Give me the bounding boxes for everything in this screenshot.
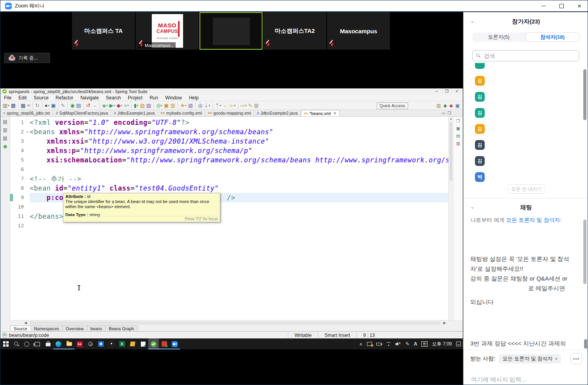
link-editor-icon[interactable]: →: [91, 102, 98, 109]
task-list-icon[interactable]: ≡: [26, 102, 31, 109]
menu-project[interactable]: Project: [124, 95, 146, 101]
view-tab-source[interactable]: Source: [10, 326, 31, 331]
taskbar-zoom-app[interactable]: [169, 338, 180, 349]
minimized-view-icon[interactable]: ▧: [3, 135, 7, 141]
clock[interactable]: 오후 7:09: [432, 341, 452, 347]
open-perspective-icon[interactable]: ▨: [437, 103, 441, 108]
editor-horizontal-scrollbar[interactable]: ◀ ▶: [10, 320, 453, 326]
chat-scrollbar[interactable]: [583, 219, 586, 284]
code-text[interactable]: <?xml version="1.0" encoding="UTF-8"?>: [30, 118, 448, 127]
overview-ruler-icon[interactable]: ▣: [456, 126, 460, 131]
participant-avatar[interactable]: 김: [475, 108, 485, 118]
video-tile[interactable]: 마소캠퍼스TA2: [263, 12, 326, 50]
editor-tab[interactable]: <>goods-mapping.xml: [205, 110, 254, 116]
chat-mini-scrollbar[interactable]: [584, 339, 587, 349]
ime-latin-icon[interactable]: A: [414, 341, 417, 347]
volume-muted-icon[interactable]: [396, 342, 401, 346]
spring-perspective-icon[interactable]: ◆: [443, 103, 447, 108]
participant-avatar[interactable]: [475, 63, 485, 69]
fold-marker[interactable]: ⊖: [25, 127, 30, 137]
video-tile[interactable]: Masocampus: [327, 12, 390, 50]
ime-korean-icon[interactable]: 한: [421, 341, 428, 347]
video-tile[interactable]: 마소캠퍼스 TA: [72, 12, 135, 50]
new-wizard-icon[interactable]: ▥▾: [2, 102, 10, 109]
boot-dashboard-icon[interactable]: ◉: [69, 102, 75, 109]
taskbar-search[interactable]: [11, 338, 22, 349]
forward-icon[interactable]: ⇨▾: [240, 102, 247, 109]
taskbar-edge[interactable]: [53, 338, 64, 349]
overview-ruler-icon[interactable]: ▤: [456, 133, 460, 139]
view-tab-beans-graph[interactable]: Beans Graph: [106, 326, 138, 331]
battery-icon[interactable]: [376, 343, 381, 345]
menu-search[interactable]: Search: [102, 95, 124, 101]
recording-indicator[interactable]: 기록 중...: [4, 53, 50, 63]
overview-ruler-icon[interactable]: ▥: [456, 141, 460, 146]
code-line[interactable]: 5 xsi:schemaLocation="http://www.springf…: [10, 155, 448, 165]
taskbar-excel[interactable]: X: [117, 338, 127, 349]
minimized-view-icon[interactable]: ◉: [3, 144, 7, 149]
menu-file[interactable]: File: [0, 95, 15, 101]
participant-avatar[interactable]: 김: [475, 156, 485, 166]
code-line[interactable]: 12: [10, 221, 448, 230]
user-profile-icon[interactable]: ●▾: [44, 102, 50, 109]
scroll-right-icon[interactable]: ▶: [443, 321, 446, 325]
taskbar-store[interactable]: [43, 338, 53, 349]
new-package-icon[interactable]: ▨: [146, 102, 152, 109]
code-text[interactable]: [30, 165, 448, 174]
participant-avatar[interactable]: 김: [475, 124, 485, 134]
menu-refactor[interactable]: Refactor: [52, 95, 77, 101]
next-annotation-icon[interactable]: ⇣▾: [203, 102, 210, 109]
layout-icon[interactable]: ▤: [76, 102, 82, 109]
xml-editor[interactable]: 1<?xml version="1.0" encoding="UTF-8"?>2…: [10, 117, 448, 320]
mark-occurrences-icon[interactable]: ◎: [197, 102, 203, 109]
quick-access-button[interactable]: Quick Access: [377, 103, 408, 109]
editor-tab[interactable]: <>*beans.xml✕: [301, 110, 340, 116]
console-icon[interactable]: ▣: [50, 102, 56, 109]
editor-maximize-icon[interactable]: ❐: [448, 111, 451, 115]
code-text[interactable]: <!-- 추가 -->: [30, 174, 448, 184]
external-tools-icon[interactable]: ★▾: [180, 102, 187, 109]
minimized-view-icon[interactable]: ▤: [3, 119, 7, 124]
new-project-icon[interactable]: ▧: [139, 102, 146, 109]
window-minimize-button[interactable]: [534, 0, 552, 11]
window-maximize-button[interactable]: [552, 0, 570, 11]
profile-icon[interactable]: ◆▾: [116, 102, 123, 109]
wifi-icon[interactable]: [386, 342, 391, 346]
tray-expand-icon[interactable]: ∧: [360, 342, 363, 347]
taskbar-explorer[interactable]: [64, 338, 74, 349]
menu-run[interactable]: Run: [146, 95, 162, 101]
chat-to-link[interactable]: 모든 토론자 및 참석자:: [506, 217, 562, 223]
taskbar-cortana[interactable]: [22, 338, 32, 349]
taskbar-start[interactable]: [0, 338, 11, 349]
debug-perspective-icon[interactable]: ◆: [449, 103, 453, 108]
taskbar-spring-sts[interactable]: [148, 338, 159, 349]
search-input[interactable]: [483, 52, 571, 59]
coverage-icon[interactable]: ▮▾: [133, 102, 139, 109]
open-type-icon[interactable]: ▥: [169, 102, 176, 109]
refresh-icon[interactable]: ↻: [34, 102, 40, 109]
open-resource-icon[interactable]: ▧: [187, 102, 194, 109]
back-icon[interactable]: ⇦▾: [228, 102, 236, 109]
video-tile[interactable]: MASOCAMPUSActionable ContentMasocampus..…: [136, 12, 199, 50]
code-text[interactable]: <bean id="entity1" class="test04.GoodsEn…: [30, 184, 448, 193]
tab-panelists[interactable]: 토론자(5): [472, 32, 525, 42]
participants-scrollbar[interactable]: [583, 69, 586, 120]
pin-editor-icon[interactable]: ✎: [247, 102, 253, 109]
editor-tab[interactable]: <>mybatis-config.xml: [158, 110, 205, 116]
tab-attendees[interactable]: 참석자(18): [525, 32, 579, 42]
editor-vertical-scrollbar[interactable]: ▲: [448, 117, 453, 320]
menu-navigate[interactable]: Navigate: [77, 95, 102, 101]
scrollbar-thumb[interactable]: [30, 321, 441, 325]
code-line[interactable]: 7<!-- 추가 -->: [10, 174, 448, 184]
java-perspective-icon[interactable]: ▣: [455, 103, 460, 108]
view-tab-namespaces[interactable]: Namespaces: [31, 326, 63, 331]
taskbar-settings[interactable]: [85, 338, 95, 349]
save-icon[interactable]: ▦: [10, 102, 16, 109]
taskbar-mail-app[interactable]: [138, 338, 148, 349]
editor-tab[interactable]: JJdbcExample1.java: [111, 110, 158, 116]
scroll-up-icon[interactable]: ▲: [449, 117, 453, 121]
view-tab-beans[interactable]: beans: [87, 326, 106, 331]
participant-avatar[interactable]: 김: [475, 140, 485, 150]
code-text[interactable]: xmlns:p="http://www.springframework.org/…: [30, 146, 448, 155]
run-icon[interactable]: ▶▾: [109, 102, 116, 109]
